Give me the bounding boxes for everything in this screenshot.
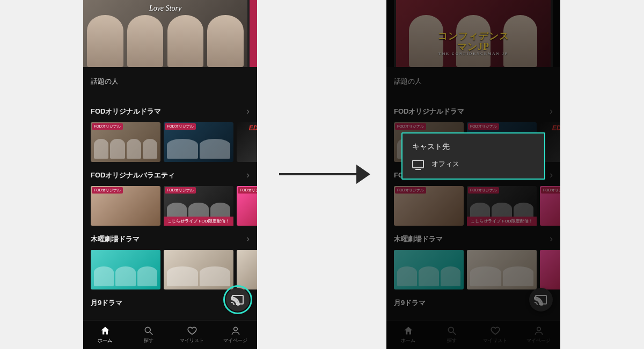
carousel-fod-variety[interactable]: FODオリジナル FODオリジナル こじらせライブ FOD限定配信！ FODオリ…: [83, 186, 257, 226]
tab-mypage[interactable]: マイページ: [214, 321, 257, 349]
thumbnail[interactable]: [164, 250, 233, 289]
fod-badge: FODオリジナル: [238, 187, 257, 194]
tab-label: ホーム: [98, 337, 112, 344]
hero-poster-1[interactable]: Love Story: [83, 0, 247, 67]
section-fod-variety[interactable]: FODオリジナルバラエティ ›: [83, 162, 257, 186]
home-icon: [100, 325, 111, 336]
section-title: 月9ドラマ: [91, 298, 122, 308]
tab-label: マイページ: [223, 337, 247, 344]
carousel-fod-drama[interactable]: FODオリジナル FODオリジナル EDEN: [83, 122, 257, 162]
section-fod-drama[interactable]: FODオリジナルドラマ ›: [83, 98, 257, 122]
thumbnail[interactable]: FODオリジナル: [237, 186, 257, 226]
bottom-nav: ホーム 探す マイリスト マイページ: [83, 320, 257, 349]
thumbnail[interactable]: FODオリジナル: [91, 186, 160, 226]
tab-home[interactable]: ホーム: [83, 321, 127, 349]
tab-search[interactable]: 探す: [127, 321, 170, 349]
section-title: FODオリジナルバラエティ: [91, 170, 175, 180]
chevron-right-icon: ›: [246, 106, 250, 117]
phone-before: Love Story 話題の人 FODオリジナルドラマ › FODオリジナル F…: [83, 0, 257, 349]
search-icon: [143, 325, 154, 336]
phone-after: コンフィデンスマンJP THE CONFIDENCEMAN JP 話題の人 FO…: [386, 0, 560, 349]
thumbnail[interactable]: [237, 250, 257, 289]
carousel-thursday[interactable]: [83, 250, 257, 289]
thumbnail[interactable]: FODオリジナル: [91, 122, 160, 162]
chevron-right-icon: ›: [246, 233, 250, 244]
svg-line-1: [150, 332, 152, 335]
section-thursday[interactable]: 木曜劇場ドラマ ›: [83, 226, 257, 250]
cast-dialog-title: キャスト先: [412, 142, 535, 152]
person-icon: [230, 325, 241, 336]
cast-icon: [232, 295, 244, 305]
thumbnail[interactable]: [91, 250, 160, 289]
hero-row[interactable]: Love Story: [83, 0, 257, 67]
cast-dialog: キャスト先 オフィス: [401, 132, 545, 180]
svg-point-2: [233, 327, 237, 331]
hero-logo: Love Story: [149, 4, 181, 13]
section-topic[interactable]: 話題の人: [83, 67, 257, 98]
thumbnail[interactable]: EDEN: [237, 122, 257, 162]
fod-badge: FODオリジナル: [92, 187, 123, 194]
tab-label: マイリスト: [180, 337, 204, 344]
section-title: FODオリジナルドラマ: [91, 107, 161, 116]
thumb-logo: EDEN: [249, 124, 257, 132]
thumbnail[interactable]: FODオリジナル: [164, 122, 233, 162]
chevron-right-icon: ›: [246, 169, 250, 181]
tab-mylist[interactable]: マイリスト: [170, 321, 214, 349]
transition-arrow: [279, 161, 370, 188]
tv-icon: [412, 160, 424, 168]
svg-point-0: [145, 327, 150, 332]
cast-device-name: オフィス: [431, 159, 459, 169]
thumb-caption: こじらせライブ FOD限定配信！: [164, 217, 233, 226]
cast-button[interactable]: [226, 288, 250, 311]
cast-device-row[interactable]: オフィス: [412, 159, 535, 169]
thumbnail[interactable]: FODオリジナル こじらせライブ FOD限定配信！: [164, 186, 233, 226]
section-title: 木曜劇場ドラマ: [91, 234, 140, 244]
hero-edge: [250, 0, 257, 67]
tab-label: 探す: [144, 337, 153, 344]
heart-icon: [187, 325, 197, 336]
